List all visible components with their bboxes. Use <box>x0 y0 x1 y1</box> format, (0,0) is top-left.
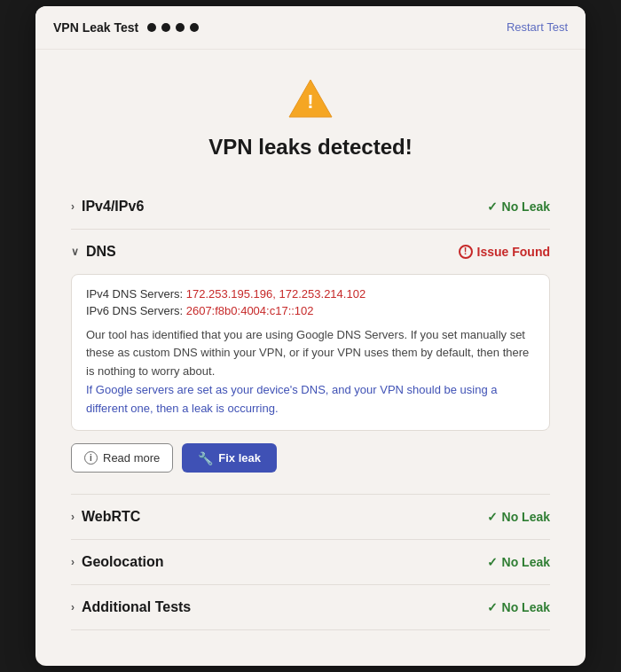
dot-3 <box>176 23 185 32</box>
wrench-icon: 🔧 <box>198 451 213 465</box>
issue-icon-dns: ! <box>459 245 473 259</box>
status-webrtc: ✓ No Leak <box>487 510 550 524</box>
fix-leak-label: Fix leak <box>218 451 261 465</box>
section-ipv4ipv6-left: › IPv4/IPv6 <box>71 199 144 215</box>
dot-4 <box>190 23 199 32</box>
section-ipv4ipv6-title: IPv4/IPv6 <box>82 199 144 215</box>
ipv4-dns-line: IPv4 DNS Servers: 172.253.195.196, 172.2… <box>86 287 535 301</box>
status-label-geolocation: No Leak <box>502 555 550 569</box>
chevron-ipv4ipv6: › <box>71 200 75 213</box>
progress-dots <box>147 23 199 32</box>
section-additional-tests-title: Additional Tests <box>82 599 191 615</box>
section-additional-tests: › Additional Tests ✓ No Leak <box>71 585 550 630</box>
section-dns-title: DNS <box>86 244 116 260</box>
status-label-ipv4ipv6: No Leak <box>502 199 550 214</box>
status-label-dns: Issue Found <box>477 245 550 259</box>
status-additional-tests: ✓ No Leak <box>487 600 550 614</box>
dns-description: Our tool has identified that you are usi… <box>86 326 535 418</box>
section-additional-tests-header[interactable]: › Additional Tests ✓ No Leak <box>71 585 550 629</box>
section-webrtc: › WebRTC ✓ No Leak <box>71 495 550 540</box>
warning-icon: ! <box>286 76 335 121</box>
dns-action-buttons: i Read more 🔧 Fix leak <box>71 443 550 487</box>
status-ipv4ipv6: ✓ No Leak <box>487 199 550 214</box>
section-additional-tests-left: › Additional Tests <box>71 599 191 615</box>
info-circle-icon: i <box>84 451 98 465</box>
status-geolocation: ✓ No Leak <box>487 555 550 569</box>
section-geolocation: › Geolocation ✓ No Leak <box>71 540 550 585</box>
check-icon-ipv4ipv6: ✓ <box>487 199 498 214</box>
check-icon-webrtc: ✓ <box>487 510 498 524</box>
status-dns: ! Issue Found <box>459 245 550 259</box>
section-webrtc-title: WebRTC <box>82 509 140 525</box>
main-heading: VPN leaks detected! <box>71 135 550 160</box>
section-ipv4ipv6-header[interactable]: › IPv4/IPv6 ✓ No Leak <box>71 184 550 229</box>
dot-2 <box>161 23 170 32</box>
section-geolocation-left: › Geolocation <box>71 554 163 570</box>
section-dns: ∨ DNS ! Issue Found IPv4 DNS Servers: 17… <box>71 230 550 496</box>
section-webrtc-left: › WebRTC <box>71 509 140 525</box>
alert-icon-wrapper: ! <box>71 76 550 121</box>
chevron-webrtc: › <box>71 511 75 523</box>
status-label-webrtc: No Leak <box>502 510 550 524</box>
chevron-additional-tests: › <box>71 601 75 613</box>
status-label-additional-tests: No Leak <box>502 600 550 614</box>
chevron-geolocation: › <box>71 556 75 568</box>
dns-detail-box: IPv4 DNS Servers: 172.253.195.196, 172.2… <box>71 274 550 432</box>
fix-leak-button[interactable]: 🔧 Fix leak <box>182 443 277 473</box>
restart-test-button[interactable]: Restart Test <box>507 20 568 34</box>
ipv4-dns-value: 172.253.195.196, 172.253.214.102 <box>186 287 366 301</box>
section-dns-left: ∨ DNS <box>71 244 116 260</box>
dot-1 <box>147 23 156 32</box>
check-icon-geolocation: ✓ <box>487 555 498 569</box>
app-title: VPN Leak Test <box>53 20 138 35</box>
ipv6-dns-line: IPv6 DNS Servers: 2607:f8b0:4004:c17::10… <box>86 304 535 317</box>
main-content: ! VPN leaks detected! › IPv4/IPv6 ✓ No L… <box>35 50 586 667</box>
app-window: VPN Leak Test Restart Test ! VPN leaks d… <box>35 6 586 667</box>
section-ipv4ipv6: › IPv4/IPv6 ✓ No Leak <box>71 184 550 230</box>
title-bar: VPN Leak Test Restart Test <box>35 6 586 50</box>
read-more-label: Read more <box>103 451 160 465</box>
section-webrtc-header[interactable]: › WebRTC ✓ No Leak <box>71 495 550 539</box>
ipv6-dns-value: 2607:f8b0:4004:c17::102 <box>186 304 314 317</box>
svg-text:!: ! <box>307 90 313 113</box>
read-more-button[interactable]: i Read more <box>71 443 173 473</box>
section-dns-header[interactable]: ∨ DNS ! Issue Found <box>71 230 550 274</box>
section-geolocation-title: Geolocation <box>82 554 163 570</box>
section-geolocation-header[interactable]: › Geolocation ✓ No Leak <box>71 540 550 584</box>
title-bar-left: VPN Leak Test <box>53 20 199 35</box>
chevron-dns: ∨ <box>71 246 79 258</box>
check-icon-additional-tests: ✓ <box>487 600 498 614</box>
